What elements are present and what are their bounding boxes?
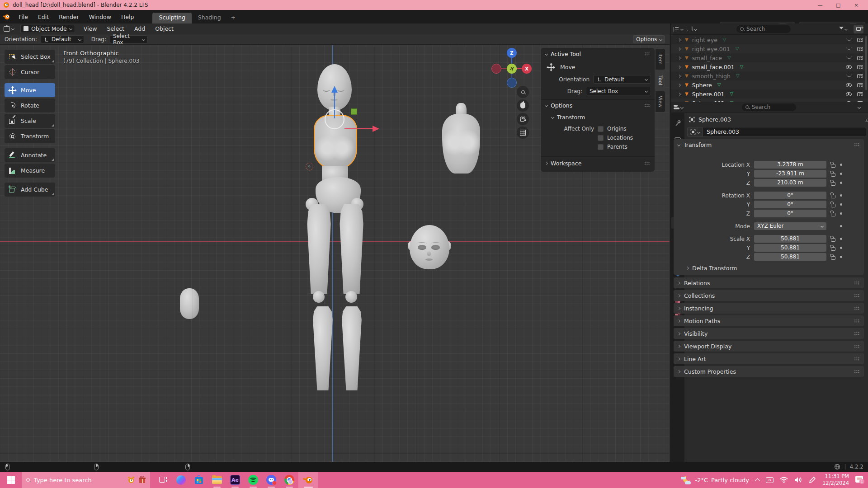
pen-icon[interactable] [809, 476, 816, 483]
render-visibility-icon[interactable] [857, 83, 863, 87]
keyframe-dot[interactable] [840, 212, 842, 215]
viewport-menu-view[interactable]: View [79, 22, 102, 36]
lock-icon[interactable] [831, 173, 835, 177]
render-visibility-icon[interactable] [857, 65, 863, 69]
scale-y-field[interactable]: 50.881 [754, 244, 826, 252]
sidebar-tab-view[interactable]: View [656, 91, 665, 112]
editor-type-dropdown[interactable] [0, 26, 18, 32]
drag-dropdown[interactable]: Select Box [110, 35, 148, 43]
outliner-row-right-eye-001[interactable]: ▼ right eye.001 ▽ [671, 44, 868, 53]
active-tool-title[interactable]: Active Tool [551, 51, 641, 57]
object-name[interactable]: Sphere [692, 82, 712, 89]
cast-icon[interactable] [766, 477, 774, 483]
rotation-mode-dropdown[interactable]: XYZ Euler [754, 222, 826, 230]
menu-help[interactable]: Help [116, 10, 139, 23]
collapse-chevron[interactable] [545, 104, 548, 107]
np-transform-title[interactable]: Transform [557, 114, 585, 121]
outliner-scrollbar[interactable] [865, 36, 867, 90]
minimize-button[interactable]: — [811, 2, 829, 8]
close-button[interactable]: × [847, 2, 865, 8]
menu-edit[interactable]: Edit [33, 10, 54, 23]
spare-torso[interactable] [442, 103, 480, 174]
section-line-art[interactable]: Line Art [674, 353, 864, 364]
keyframe-dot[interactable] [840, 225, 842, 227]
mode-dropdown[interactable]: Object Mode [20, 25, 75, 33]
doll-calf-right[interactable] [340, 306, 363, 390]
location-y-field[interactable]: -23.911 m [754, 170, 826, 178]
outliner-filter-button[interactable] [839, 27, 847, 32]
weather-widget[interactable]: -2°C Partly cloudy [681, 475, 749, 485]
lock-icon[interactable] [831, 213, 835, 216]
task-view-button[interactable] [154, 472, 172, 488]
outliner-row-sphere-001[interactable]: ▼ Sphere.001 ▽ [671, 89, 868, 99]
outliner-row-right-eye[interactable]: ▼ right eye ▽ [671, 35, 868, 44]
clock-widget[interactable]: 11:31 PM 12/2/2024 [822, 473, 849, 487]
hide-icon[interactable] [846, 83, 852, 87]
section-motion-paths[interactable]: Motion Paths [674, 315, 864, 326]
outliner-row-smooth-thigh[interactable]: ▼ smooth_thigh ▽ [671, 71, 868, 80]
properties-options-chevron[interactable] [858, 105, 861, 108]
tool-cursor[interactable]: Cursor [5, 65, 55, 79]
pan-hand-button[interactable] [517, 99, 529, 112]
gizmo-axis-x[interactable]: X [522, 64, 532, 74]
render-visibility-icon[interactable] [857, 92, 863, 96]
tool-annotate[interactable]: Annotate [5, 148, 55, 162]
menu-window[interactable]: Window [84, 10, 116, 23]
collapse-chevron[interactable] [551, 116, 554, 119]
discord-icon[interactable] [262, 472, 280, 488]
hide-icon[interactable] [846, 47, 852, 50]
start-button[interactable] [0, 472, 22, 488]
doll-thigh-right[interactable] [338, 204, 364, 294]
spotify-icon[interactable] [244, 472, 262, 488]
section-relations[interactable]: Relations [674, 277, 864, 288]
rotation-z-field[interactable]: 0° [754, 210, 826, 217]
section-viewport-display[interactable]: Viewport Display [674, 341, 864, 352]
object-name[interactable]: small_face.001 [692, 64, 735, 70]
np-drag-dropdown[interactable]: Select Box [586, 87, 651, 95]
expand-chevron[interactable] [678, 74, 681, 77]
origins-checkbox[interactable] [598, 126, 604, 132]
gizmo-axis-x-negative[interactable] [491, 64, 501, 74]
lock-icon[interactable] [831, 182, 835, 186]
expand-chevron[interactable] [678, 38, 681, 41]
gizmo-axis-y-negative[interactable]: -Y [507, 64, 517, 74]
rotation-x-field[interactable]: 0° [754, 192, 826, 199]
drag-handle[interactable] [854, 143, 860, 147]
object-name[interactable]: right eye.001 [692, 46, 730, 52]
keyframe-dot[interactable] [840, 203, 842, 206]
knee-joint-right[interactable] [345, 291, 357, 303]
tool-move[interactable]: Move [5, 83, 55, 97]
section-instancing[interactable]: Instancing [674, 303, 864, 314]
tool-transform[interactable]: Transform [5, 129, 55, 143]
file-explorer-icon[interactable] [208, 472, 226, 488]
scale-x-field[interactable]: 50.881 [754, 235, 826, 243]
hide-icon[interactable] [846, 56, 852, 59]
gizmo-axis-z-negative[interactable] [507, 78, 517, 88]
rotation-y-field[interactable]: 0° [754, 201, 826, 208]
tool-add-cube[interactable]: + Add Cube [5, 183, 55, 197]
outliner-row-small-face-001[interactable]: ▼ small_face.001 ▽ [671, 62, 868, 71]
properties-editor-dropdown[interactable] [674, 105, 683, 110]
parents-checkbox[interactable] [598, 144, 604, 150]
object-name[interactable]: Sphere.001 [692, 91, 725, 98]
spare-part-capsule[interactable] [180, 288, 199, 319]
drag-handle[interactable] [854, 281, 860, 285]
keyframe-dot[interactable] [840, 182, 842, 184]
options-button[interactable]: Options [633, 35, 665, 43]
expand-chevron[interactable] [678, 47, 681, 50]
keyframe-dot[interactable] [840, 256, 842, 258]
lock-icon[interactable] [831, 238, 835, 242]
np-orientation-dropdown[interactable]: Default [593, 75, 651, 84]
drag-handle[interactable] [854, 306, 860, 310]
blender-logo-icon[interactable] [0, 13, 14, 20]
drag-handle[interactable] [644, 161, 650, 165]
expand-chevron[interactable] [545, 162, 548, 165]
breadcrumb-object-name[interactable]: Sphere.003 [698, 116, 731, 123]
wifi-icon[interactable] [780, 477, 788, 483]
hide-icon[interactable] [846, 65, 852, 69]
keyframe-dot[interactable] [840, 238, 842, 240]
lock-icon[interactable] [831, 195, 835, 198]
taskbar-search-box[interactable]: Type here to search [22, 472, 150, 488]
hide-icon[interactable] [846, 38, 852, 41]
outliner-search[interactable]: Search [736, 25, 791, 33]
